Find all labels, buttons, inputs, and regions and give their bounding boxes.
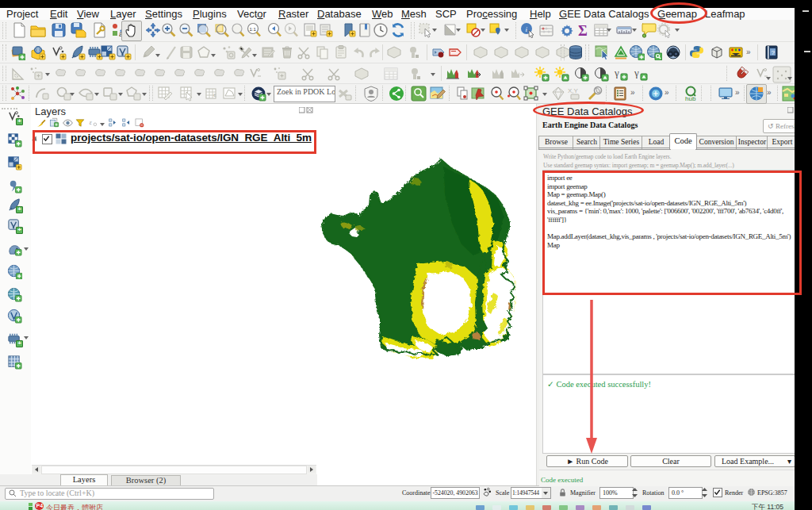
svg-text:γ: γ xyxy=(634,67,639,79)
svg-text:γ: γ xyxy=(614,67,619,79)
svg-text:Σ: Σ xyxy=(578,23,588,38)
svg-text:ε: ε xyxy=(213,90,216,98)
svg-text:X,Y: X,Y xyxy=(568,87,579,94)
svg-text:1:1: 1:1 xyxy=(250,27,257,32)
svg-text:?: ? xyxy=(772,49,776,56)
svg-text:hub: hub xyxy=(685,95,696,102)
svg-text:ε: ε xyxy=(90,119,93,126)
